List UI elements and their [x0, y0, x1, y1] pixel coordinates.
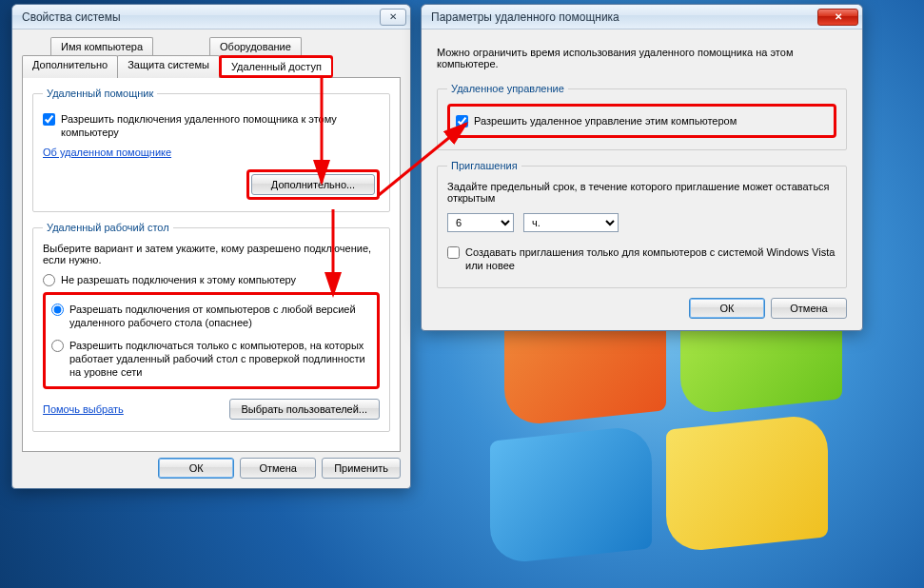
- windows-logo: [504, 295, 866, 580]
- radio-disallow-input[interactable]: [43, 274, 55, 286]
- apply-button[interactable]: Применить: [322, 458, 401, 479]
- ok-button[interactable]: ОК: [158, 458, 234, 479]
- ok-button[interactable]: ОК: [689, 298, 765, 319]
- remote-assistant-group: Удаленный помощник Разрешить подключения…: [32, 88, 390, 212]
- invitations-legend: Приглашения: [447, 160, 521, 171]
- remote-desktop-instruction: Выберите вариант и затем укажите, кому р…: [43, 243, 380, 265]
- cancel-button[interactable]: Отмена: [771, 298, 847, 319]
- close-icon[interactable]: ✕: [380, 9, 406, 26]
- radio-options-highlight: Разрешать подключения от компьютеров с л…: [43, 292, 380, 389]
- advanced-button[interactable]: Дополнительно...: [251, 174, 375, 195]
- allow-remote-assist-input[interactable]: [43, 113, 55, 126]
- duration-unit-select[interactable]: ч.: [523, 213, 619, 232]
- radio-disallow[interactable]: Не разрешать подключения к этому компьют…: [43, 273, 380, 286]
- remote-control-group: Удаленное управление Разрешить удаленное…: [437, 83, 847, 150]
- radio-allow-nla-label: Разрешить подключаться только с компьюте…: [69, 339, 371, 379]
- duration-number-select[interactable]: 6: [447, 213, 514, 232]
- window-title: Параметры удаленного помощника: [431, 10, 816, 24]
- close-icon[interactable]: ✕: [817, 9, 858, 26]
- vista-only-label: Создавать приглашения только для компьют…: [465, 245, 836, 272]
- radio-allow-nla[interactable]: Разрешить подключаться только с компьюте…: [51, 339, 371, 379]
- remote-assistant-legend: Удаленный помощник: [43, 88, 157, 99]
- allow-remote-control-label: Разрешить удаленное управление этим комп…: [474, 114, 737, 127]
- select-users-button[interactable]: Выбрать пользователей...: [229, 399, 381, 420]
- remote-desktop-legend: Удаленный рабочий стол: [43, 222, 173, 233]
- allow-remote-control-input[interactable]: [456, 115, 468, 127]
- allow-remote-assist-checkbox[interactable]: Разрешить подключения удаленного помощни…: [43, 112, 380, 139]
- system-properties-window: Свойства системы ✕ Имя компьютера Оборуд…: [11, 4, 411, 489]
- dialog-button-row: ОК Отмена Применить: [22, 458, 401, 479]
- advanced-button-highlight: Дополнительно...: [246, 169, 380, 200]
- remote-control-legend: Удаленное управление: [447, 83, 568, 94]
- radio-allow-nla-input[interactable]: [51, 340, 64, 352]
- remote-desktop-group: Удаленный рабочий стол Выберите вариант …: [32, 222, 390, 432]
- vista-only-checkbox[interactable]: Создавать приглашения только для компьют…: [447, 245, 836, 272]
- tab-system-protection[interactable]: Защита системы: [117, 55, 220, 78]
- remote-access-panel: Удаленный помощник Разрешить подключения…: [22, 77, 401, 452]
- about-remote-assist-link[interactable]: Об удаленном помощнике: [43, 147, 171, 158]
- remote-assistant-settings-window: Параметры удаленного помощника ✕ Можно о…: [421, 4, 863, 331]
- invitations-group: Приглашения Задайте предельный срок, в т…: [437, 160, 847, 288]
- allow-remote-control-checkbox[interactable]: Разрешить удаленное управление этим комп…: [456, 114, 828, 127]
- radio-allow-any[interactable]: Разрешать подключения от компьютеров с л…: [51, 303, 371, 329]
- titlebar[interactable]: Параметры удаленного помощника ✕: [422, 5, 862, 29]
- help-choose-link[interactable]: Помочь выбрать: [43, 403, 124, 415]
- titlebar[interactable]: Свойства системы ✕: [12, 5, 410, 29]
- tab-remote-access[interactable]: Удаленный доступ: [222, 58, 331, 75]
- tab-advanced[interactable]: Дополнительно: [22, 55, 118, 78]
- window-title: Свойства системы: [22, 10, 378, 24]
- radio-allow-any-label: Разрешать подключения от компьютеров с л…: [69, 303, 371, 329]
- tab-remote-access-highlight: Удаленный доступ: [219, 55, 333, 78]
- radio-disallow-label: Не разрешать подключения к этому компьют…: [61, 273, 296, 286]
- intro-text: Можно ограничить время использования уда…: [437, 47, 847, 69]
- vista-only-input[interactable]: [447, 246, 460, 259]
- invitations-instruction: Задайте предельный срок, в течение котор…: [447, 181, 836, 204]
- cancel-button[interactable]: Отмена: [240, 458, 316, 479]
- tab-hardware[interactable]: Оборудование: [209, 37, 302, 55]
- tab-computer-name[interactable]: Имя компьютера: [50, 37, 153, 55]
- radio-allow-any-input[interactable]: [51, 304, 64, 316]
- allow-remote-control-highlight: Разрешить удаленное управление этим комп…: [447, 104, 836, 138]
- allow-remote-assist-label: Разрешить подключения удаленного помощни…: [61, 112, 380, 139]
- dialog-button-row: ОК Отмена: [437, 298, 847, 319]
